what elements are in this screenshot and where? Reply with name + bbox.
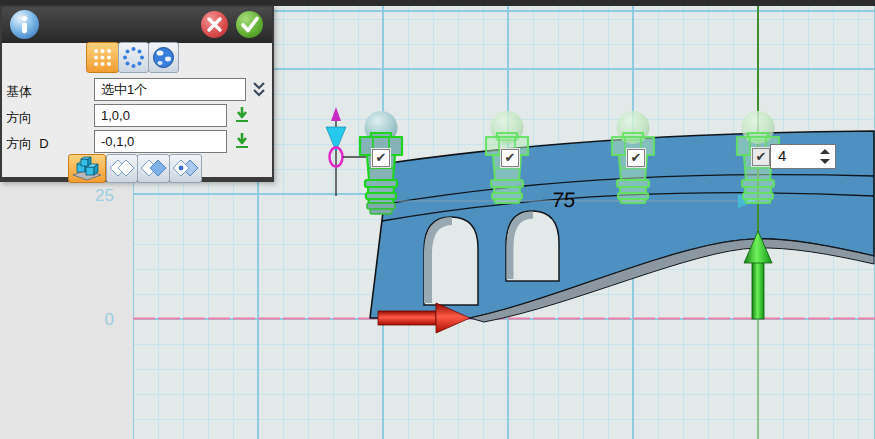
pattern-count-spinner[interactable]: 4 [770, 144, 836, 169]
chevron-double-down-icon [250, 80, 268, 100]
direction-d-label: 方向 D [6, 135, 49, 153]
pick-arrow-icon [232, 105, 252, 125]
pawn-3-checkbox[interactable]: ✔ [627, 149, 645, 167]
pawn-2-checkbox[interactable]: ✔ [501, 149, 519, 167]
direction-d-pick-button[interactable] [232, 131, 252, 151]
cancel-button[interactable] [201, 11, 228, 38]
direction-pick-button[interactable] [232, 105, 252, 125]
axis-label-0: 0 [84, 310, 114, 330]
pawn-1-checkbox[interactable]: ✔ [372, 149, 390, 167]
diamond-dot-icon [170, 155, 201, 182]
pick-arrow-icon [232, 131, 252, 151]
expand-chevron-button[interactable] [250, 80, 268, 100]
solid-result-button[interactable] [68, 154, 106, 183]
linear-pattern-button[interactable] [86, 42, 119, 73]
cubes-stack-icon [69, 155, 105, 182]
diamond-blue-icon [138, 155, 169, 182]
merge-option-button-2[interactable] [137, 154, 170, 183]
direction-d-input[interactable] [94, 130, 227, 153]
spinner-down-button[interactable] [820, 159, 830, 164]
merge-option-button-3[interactable] [169, 154, 202, 183]
check-icon [243, 19, 257, 31]
ok-button[interactable] [236, 11, 263, 38]
close-icon [209, 19, 220, 30]
direction-input[interactable] [94, 104, 227, 127]
axis-label-25: 25 [84, 186, 114, 206]
dialog-titlebar [2, 7, 272, 43]
pattern-task-dialog: 基体 选中1个 方向 方向 D [0, 5, 274, 182]
dimension-value-label: 75 [551, 188, 577, 212]
pawn-4-checkbox[interactable]: ✔ [752, 148, 770, 166]
two-diamonds-icon [107, 155, 137, 182]
sphere-pattern-icon [149, 43, 178, 72]
sphere-pattern-button[interactable] [148, 42, 179, 73]
linear-pattern-icon [87, 43, 118, 72]
polar-pattern-icon [119, 43, 148, 72]
direction-label: 方向 [6, 109, 32, 127]
spinner-up-button[interactable] [820, 149, 830, 154]
base-combobox[interactable]: 选中1个 [94, 78, 246, 101]
base-label: 基体 [6, 83, 32, 101]
pattern-count-value[interactable]: 4 [778, 147, 786, 164]
merge-option-button-1[interactable] [106, 154, 138, 183]
info-icon [10, 10, 39, 39]
polar-pattern-button[interactable] [118, 42, 149, 73]
